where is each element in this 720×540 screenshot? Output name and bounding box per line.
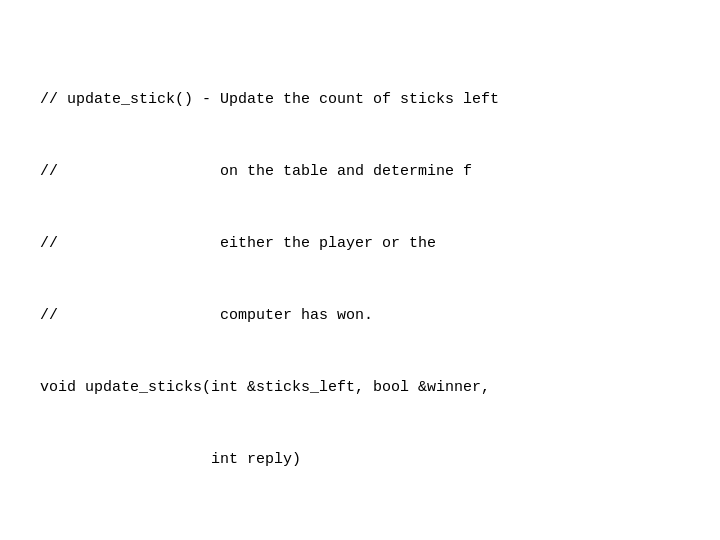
code-line-2: // on the table and determine f [40, 160, 499, 184]
code-line-6: int reply) [40, 448, 499, 472]
code-line-1: // update_stick() - Update the count of … [40, 88, 499, 112]
code-line-3: // either the player or the [40, 232, 499, 256]
code-block: // update_stick() - Update the count of … [0, 0, 539, 540]
code-line-4: // computer has won. [40, 304, 499, 328]
code-line-5: void update_sticks(int &sticks_left, boo… [40, 376, 499, 400]
